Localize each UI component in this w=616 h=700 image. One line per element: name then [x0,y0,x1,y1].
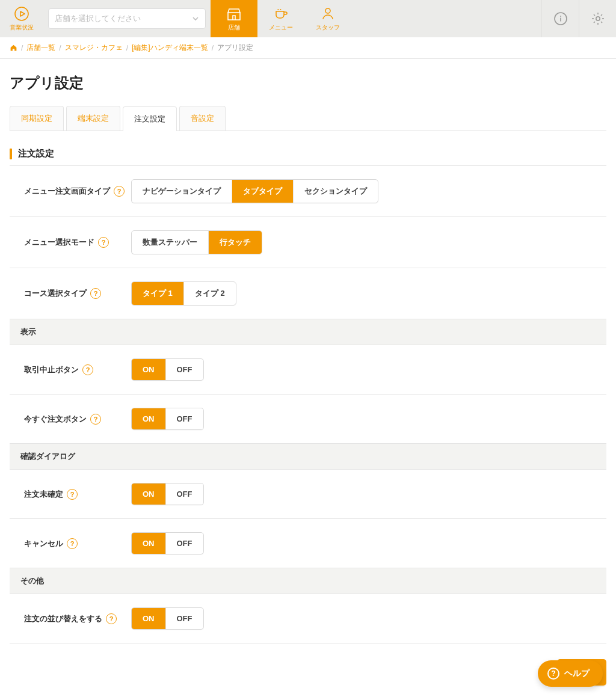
nav-menu[interactable]: メニュー [257,0,304,37]
section-title-bar [10,149,12,159]
label-text: 取引中止ボタン [24,364,79,375]
nav-status-label: 営業状況 [10,23,34,32]
row-menu-select-mode: メニュー選択モード ? 数量ステッパー 行タッチ [10,217,606,268]
row-group-display: 表示 [10,319,606,345]
floating-help-label: ヘルプ [564,668,590,679]
breadcrumb-sep: / [21,44,23,52]
help-icon[interactable]: ? [90,414,101,425]
seg-order-now-button: ON OFF [131,408,204,430]
opt-type1[interactable]: タイプ 1 [132,282,183,305]
seg-menu-select-mode: 数量ステッパー 行タッチ [131,230,262,254]
help-icon[interactable]: ? [98,237,109,248]
group-label: 確認ダイアログ [20,451,75,462]
tab-sound[interactable]: 音設定 [179,106,226,130]
group-label: 表示 [20,327,36,337]
help-icon[interactable]: ? [106,613,117,624]
row-cancel-dialog: キャンセル ? ON OFF [10,519,606,568]
opt-rowtouch[interactable]: 行タッチ [208,231,262,254]
opt-type2[interactable]: タイプ 2 [183,282,236,305]
gear-icon [591,11,605,26]
row-label: 取引中止ボタン ? [24,364,131,375]
help-icon[interactable]: ? [90,288,101,299]
row-label: キャンセル ? [24,538,131,549]
info-icon [553,11,568,26]
tab-order[interactable]: 注文設定 [123,106,177,131]
row-label: コース選択タイプ ? [24,288,131,299]
breadcrumb-home[interactable] [10,44,17,52]
row-reorder: 注文の並び替えをする ? ON OFF [10,594,606,643]
breadcrumb-sep: / [59,44,61,52]
row-control: ON OFF [131,532,606,554]
row-order-now-button: 今すぐ注文ボタン ? ON OFF [10,395,606,444]
row-course-select-type: コース選択タイプ ? タイプ 1 タイプ 2 [10,268,606,319]
svg-point-6 [596,17,599,20]
rows: メニュー注文画面タイプ ? ナビゲーションタイプ タブタイプ セクションタイプ … [10,165,606,643]
opt-tab[interactable]: タブタイプ [232,180,293,203]
nav-staff[interactable]: スタッフ [304,0,351,37]
help-icon[interactable]: ? [67,489,78,500]
opt-stepper[interactable]: 数量ステッパー [132,231,208,254]
store-select[interactable]: 店舗を選択してください [48,8,206,29]
settings-button[interactable] [579,0,616,37]
store-icon [226,5,242,22]
opt-off[interactable]: OFF [165,484,203,505]
help-icon[interactable]: ? [82,364,93,375]
opt-section[interactable]: セクションタイプ [293,180,378,203]
help-circle-icon: ? [547,668,559,680]
page: アプリ設定 同期設定 端末設定 注文設定 音設定 注文設定 メニュー注文画面タイ… [0,59,616,700]
row-label: メニュー選択モード ? [24,237,131,248]
group-label: その他 [20,576,44,586]
seg-cancel-button: ON OFF [131,358,204,381]
svg-point-2 [325,8,330,13]
opt-on[interactable]: ON [132,484,165,505]
tab-terminal[interactable]: 端末設定 [66,106,120,130]
info-button[interactable] [541,0,579,37]
opt-off[interactable]: OFF [165,359,203,380]
row-menu-order-screen-type: メニュー注文画面タイプ ? ナビゲーションタイプ タブタイプ セクションタイプ [10,166,606,217]
label-text: 注文未確定 [24,489,63,500]
row-label: メニュー注文画面タイプ ? [24,186,131,197]
tab-sync[interactable]: 同期設定 [10,106,64,130]
seg-reorder: ON OFF [131,607,204,630]
row-cancel-button: 取引中止ボタン ? ON OFF [10,345,606,395]
opt-on[interactable]: ON [132,359,165,380]
svg-marker-1 [20,11,25,16]
topbar: 営業状況 店舗を選択してください 店舗 メニュー スタッフ [0,0,616,37]
section-title-text: 注文設定 [18,148,54,159]
opt-off[interactable]: OFF [165,533,203,554]
topbar-right [541,0,616,37]
staff-icon [319,5,336,22]
row-label: 今すぐ注文ボタン ? [24,414,131,425]
opt-off[interactable]: OFF [165,408,203,429]
topbar-spacer [351,0,541,37]
floating-help-button[interactable]: ? ヘルプ [538,660,603,687]
seg-cancel-dialog: ON OFF [131,532,204,554]
row-control: タイプ 1 タイプ 2 [131,281,606,305]
cup-icon [273,5,289,22]
breadcrumb-sep: / [126,44,128,52]
row-control: ナビゲーションタイプ タブタイプ セクションタイプ [131,179,606,203]
nav-staff-label: スタッフ [316,23,340,32]
breadcrumb-3[interactable]: [編集]ハンディ端末一覧 [132,43,208,53]
page-title: アプリ設定 [10,73,606,93]
help-icon[interactable]: ? [67,538,78,549]
actions: 保存 [10,659,606,686]
breadcrumb-2[interactable]: スマレジ・カフェ [65,43,123,53]
nav-store[interactable]: 店舗 [211,0,257,37]
label-text: キャンセル [24,538,63,549]
seg-menu-order-screen-type: ナビゲーションタイプ タブタイプ セクションタイプ [131,179,378,203]
opt-navigation[interactable]: ナビゲーションタイプ [132,180,232,203]
nav-status[interactable]: 営業状況 [0,0,43,37]
opt-on[interactable]: ON [132,533,165,554]
svg-rect-5 [560,18,561,22]
opt-off[interactable]: OFF [165,608,203,629]
breadcrumb-1[interactable]: 店舗一覧 [26,43,55,53]
nav-menu-label: メニュー [269,23,293,32]
label-text: 今すぐ注文ボタン [24,414,87,425]
label-text: コース選択タイプ [24,288,87,299]
tabs: 同期設定 端末設定 注文設定 音設定 [10,106,606,131]
row-control: ON OFF [131,607,606,630]
opt-on[interactable]: ON [132,608,165,629]
help-icon[interactable]: ? [114,186,125,197]
opt-on[interactable]: ON [132,408,165,429]
